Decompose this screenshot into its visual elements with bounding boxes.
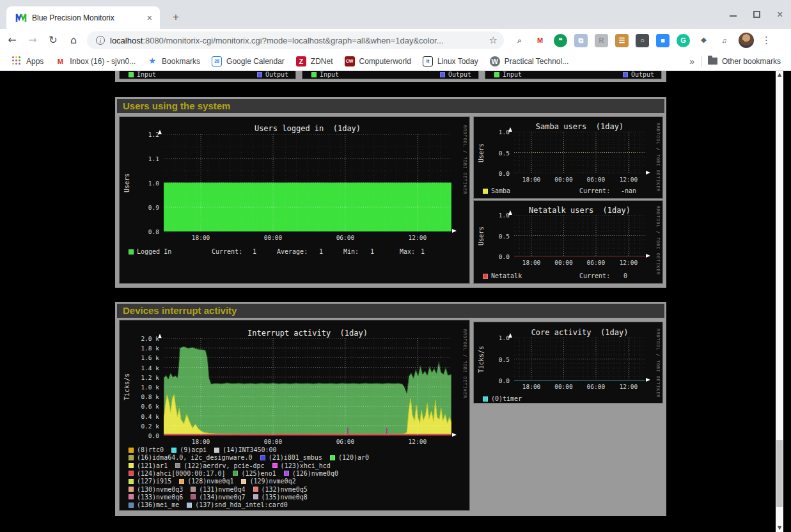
search-extension-icon[interactable]: ⌕ [513,34,526,47]
legend-label: (21)i801_smbus [269,454,322,461]
zoom-app-extension-icon[interactable]: ■ [656,34,670,47]
maximize-icon[interactable] [753,11,760,18]
tab-monitorix[interactable]: Blue Precision Monitorix × [6,6,160,29]
bookmark-star-icon[interactable]: ☆ [489,35,497,46]
legend-item: (14)INT3450:00 [214,446,276,453]
other-bookmarks-button[interactable]: Other bookmarks [708,57,781,66]
chart-core-activity: Core activity (1day)Ticks/sRRDTOOL / TOB… [473,322,663,403]
y-axis-arrow [158,130,162,134]
gmail-extension-icon[interactable]: M [533,34,547,47]
legend-label: (128)nvme0q1 [187,478,233,485]
partial-graph-box: InputOutput [485,71,662,79]
browser-menu-icon[interactable]: ⋮ [759,35,774,46]
bookmark-label: Google Calendar [226,57,285,66]
legend-item: (8)rtc0 [129,446,164,453]
extensions-row: ⌕M❝⧉R☰○■G❖♫ [513,34,731,47]
page-info-icon[interactable]: i [96,36,105,45]
bookmark-item-gmail[interactable]: MInbox (16) - sjvn0... [55,56,136,66]
new-tab-button[interactable]: + [168,9,184,26]
forward-icon[interactable]: → [24,32,41,49]
r-ext-extension-icon[interactable]: R [595,34,608,47]
bookmark-item-wordpress[interactable]: WPractical Technol... [490,56,569,66]
y-tick-label: 1.0 [474,129,510,136]
bookmark-item-zdnet[interactable]: ZZDNet [296,56,333,66]
x-tick-label: 00:00 [259,234,287,241]
bookmark-item-apps-grid[interactable]: Apps [12,56,43,66]
legend-label: (133)nvme0q6 [137,494,183,501]
vertical-scrollbar[interactable]: ▲ ▼ [776,71,783,532]
tab-close-icon[interactable]: × [145,13,155,23]
legend-swatch [214,448,219,453]
books-extension-icon[interactable]: ☰ [615,34,629,47]
close-icon[interactable]: × [777,11,785,19]
bookmark-item-star-blue[interactable]: ★Bookmarks [147,56,200,66]
input-legend: Input [311,71,339,78]
minimize-icon[interactable] [730,12,737,17]
x-tick-label: 18:00 [517,176,545,183]
legend-row: (0)timer [483,395,522,402]
x-tick-label: 12:00 [403,438,432,445]
home-icon[interactable]: ⌂ [65,32,82,49]
legend-label: (8)rtc0 [137,446,164,453]
titlebar: Blue Precision Monitorix × + × [0,0,791,29]
copy-pages-extension-icon[interactable]: ⧉ [574,34,588,47]
stat-value: 1 [421,248,425,255]
bookmark-label: Linux Today [437,57,478,66]
stat-key: Current: [212,248,242,255]
legend-swatch [187,503,192,508]
profile-avatar[interactable] [739,33,754,48]
music-queue-extension-icon[interactable]: ♫ [717,34,731,47]
y-tick-label: 1.4 k [120,364,159,372]
chart-title: Users logged in (1day) [164,124,451,133]
y-tick-label: 1.1 [120,155,159,162]
bookmark-item-calendar[interactable]: 28Google Calendar [212,56,285,66]
x-tick-label: 00:00 [549,259,577,266]
puzzle-extension-icon[interactable]: ❖ [697,34,710,47]
input-legend: Input [494,71,522,78]
rrdtool-brand: RRDTOOL / TOBI OETIKER [462,329,467,398]
back-icon[interactable]: ← [4,32,20,49]
legend-swatch [253,494,258,499]
legend-swatch [129,463,134,468]
legend-label: (132)nvme0q5 [262,486,308,493]
x-axis-arrow [646,378,650,382]
y-tick-label: 0.5 [474,233,510,240]
y-tick-label: 1.0 [474,334,510,341]
bookmark-item-computerworld[interactable]: CWComputerworld [345,56,411,66]
legend-label: (121)ar1 [137,462,168,469]
scroll-up-icon[interactable]: ▲ [776,71,783,79]
address-bar[interactable]: i localhost:8080/monitorix-cgi/monitorix… [87,31,504,49]
rrdtool-brand: RRDTOOL / TOBI OETIKER [655,206,661,275]
bookmark-label: Practical Technol... [505,57,569,66]
legend-label: (0)timer [491,395,522,402]
legend-swatch [179,479,184,484]
legend-item: (125)eno1 [233,470,276,477]
legend-swatch [129,503,134,508]
evernote-extension-icon[interactable]: ○ [636,34,649,47]
legend-swatch [129,494,134,499]
chart-samba-users: Samba users (1day)UsersRRDTOOL / TOBI OE… [473,116,663,199]
x-tick-label: 06:00 [582,383,610,390]
legend-swatch [253,487,258,492]
legend-item: (21)i801_smbus [260,454,322,461]
bookmark-item-linuxtoday[interactable]: ltLinux Today [423,56,478,66]
y-tick-label: 0.0 [120,432,159,439]
legend-label: (129)nvme0q2 [249,478,295,485]
scroll-down-icon[interactable]: ▼ [776,524,783,532]
hangouts-extension-icon[interactable]: ❝ [554,34,567,47]
output-label: Output [448,71,471,78]
x-tick-label: 12:00 [403,234,432,241]
scrollbar-thumb[interactable] [776,440,783,507]
grammarly-extension-icon[interactable]: G [677,34,690,47]
x-tick-label: 06:00 [331,438,359,445]
partial-legend: InputOutput [311,71,471,78]
bookmark-label: Inbox (16) - sjvn0... [70,57,136,66]
legend-swatch [284,471,289,476]
stat-key: Current: [579,272,610,279]
output-swatch [440,72,445,77]
stat-key: Average: [277,248,308,255]
bookmarks-overflow-icon[interactable]: » [689,56,694,66]
reload-icon[interactable]: ↻ [45,32,61,49]
x-tick-label: 18:00 [187,234,215,241]
y-tick-label: 1.0 [120,180,159,187]
